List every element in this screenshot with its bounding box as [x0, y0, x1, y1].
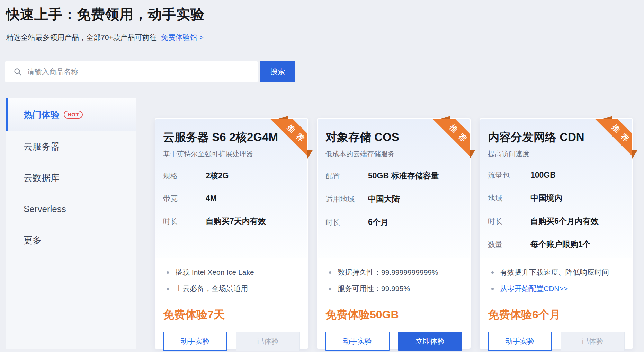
card-title: 内容分发网络 CDN [488, 130, 625, 145]
hands-on-lab-button[interactable]: 动手实验 [488, 332, 552, 351]
sidebar-item-clouddb[interactable]: 云数据库 [6, 162, 136, 193]
spec-row: 规格 2核2G [163, 170, 300, 181]
feature-text: 有效提升下载速度、降低响应时间 [500, 267, 609, 278]
spec-rows: 规格 2核2G 带宽 4M 时长 自购买7天内有效 [163, 170, 300, 227]
spec-value: 6个月 [368, 217, 388, 228]
spec-row: 适用地域 中国大陆 [325, 194, 462, 204]
search-input[interactable] [22, 61, 258, 82]
spec-value: 自购买7天内有效 [206, 216, 266, 227]
already-tried-button[interactable]: 已体验 [236, 332, 300, 351]
card-subtitle: 低成本的云端存储服务 [325, 149, 462, 159]
page-subtitle: 精选全站最多领用产品，全部70+款产品可前往免费体验馆 > [6, 33, 204, 42]
feature-bullet: 数据持久性：99.9999999999% [325, 267, 462, 278]
already-tried-button[interactable]: 已体验 [561, 332, 625, 351]
spec-label: 带宽 [163, 194, 206, 203]
card-spec-section: 对象存储 COS 低成本的云端存储服务 配置 50GB 标准存储容量 适用地域 … [318, 119, 470, 258]
spec-label: 数量 [488, 240, 530, 249]
ribbon-fold [277, 116, 288, 119]
card-title: 云服务器 S6 2核2G4M [163, 130, 300, 145]
search-icon [14, 68, 22, 76]
promo-text: 免费体验50GB [325, 307, 462, 323]
card-buttons: 动手实验 立即体验 [325, 332, 462, 351]
page-subtitle-text: 精选全站最多领用产品，全部70+款产品可前往 [6, 33, 157, 41]
sidebar-item-serverless[interactable]: Serverless [6, 193, 136, 225]
card-buttons: 动手实验 已体验 [488, 332, 625, 351]
bullet-dot-icon [167, 271, 169, 274]
spec-row: 时长 6个月 [325, 217, 462, 228]
ribbon-fold [440, 116, 450, 119]
spec-value: 100GB [530, 170, 556, 180]
bullet-dot-icon [329, 271, 331, 274]
ribbon-fold [307, 150, 313, 159]
dotted-divider [488, 300, 625, 300]
card-detail-section: 搭载 Intel Xeon Ice Lake 上云必备，全场景通用 免费体验7天… [155, 258, 307, 351]
feature-bullet: 从零开始配置CDN>> [488, 283, 625, 294]
spec-row: 时长 自购买6个月内有效 [488, 216, 625, 227]
feature-text: 搭载 Intel Xeon Ice Lake [175, 267, 254, 278]
dotted-divider [163, 300, 300, 300]
spec-rows: 配置 50GB 标准存储容量 适用地域 中国大陆 时长 6个月 [325, 170, 462, 228]
spec-value: 4M [206, 194, 217, 203]
sidebar-item-label: 热门体验 [24, 109, 60, 121]
spec-label: 流量包 [488, 170, 530, 180]
spec-value: 2核2G [206, 170, 229, 181]
card-spec-section: 云服务器 S6 2核2G4M 基于英特尔至强可扩展处理器 规格 2核2G 带宽 … [155, 119, 307, 258]
search-button[interactable]: 搜索 [260, 61, 295, 82]
spec-label: 适用地域 [325, 194, 368, 204]
bullet-dot-icon [329, 288, 331, 290]
spec-row: 流量包 100GB [488, 170, 625, 180]
feature-text: 服务可用性：99.995% [338, 283, 410, 294]
product-card-cos: 对象存储 COS 低成本的云端存储服务 配置 50GB 标准存储容量 适用地域 … [317, 118, 471, 349]
cdn-config-guide-link[interactable]: 从零开始配置CDN>> [500, 283, 568, 294]
sidebar-item-hot[interactable]: 热门体验 HOT [6, 98, 136, 131]
spec-label: 时长 [488, 217, 530, 226]
product-card-cdn: 内容分发网络 CDN 提高访问速度 流量包 100GB 地域 中国境内 时长 自… [480, 118, 633, 349]
sidebar-item-cvm[interactable]: 云服务器 [6, 131, 136, 162]
hands-on-lab-button[interactable]: 动手实验 [325, 332, 390, 351]
spec-value: 每个账户限购1个 [530, 239, 591, 250]
feature-text: 数据持久性：99.9999999999% [338, 267, 438, 278]
ribbon-fold [602, 116, 612, 119]
spec-row: 时长 自购买7天内有效 [163, 216, 300, 227]
sidebar-item-label: 更多 [24, 234, 42, 246]
feature-bullet: 上云必备，全场景通用 [163, 283, 300, 294]
card-detail-section: 有效提升下载速度、降低响应时间 从零开始配置CDN>> 免费体验6个月 动手实验… [480, 258, 632, 351]
spec-rows: 流量包 100GB 地域 中国境内 时长 自购买6个月内有效 数量 每个账户限购… [488, 170, 625, 250]
sidebar-item-label: 云服务器 [24, 141, 60, 153]
search-box [5, 61, 258, 82]
promo-text: 免费体验6个月 [488, 307, 625, 323]
sidebar-item-label: Serverless [24, 204, 66, 214]
feature-bullet: 搭载 Intel Xeon Ice Lake [163, 267, 300, 278]
feature-text: 上云必备，全场景通用 [175, 283, 248, 294]
spec-label: 时长 [325, 218, 368, 227]
free-trial-hall-link[interactable]: 免费体验馆 > [161, 33, 204, 41]
feature-bullet: 服务可用性：99.995% [325, 283, 462, 294]
hot-badge: HOT [64, 111, 83, 119]
try-now-button[interactable]: 立即体验 [398, 332, 462, 351]
dotted-divider [325, 300, 462, 300]
feature-bullet: 有效提升下载速度、降低响应时间 [488, 267, 625, 278]
bullet-dot-icon [491, 271, 494, 274]
spec-value: 50GB 标准存储容量 [368, 170, 439, 181]
bullet-dot-icon [167, 288, 169, 290]
sidebar-item-label: 云数据库 [24, 172, 60, 184]
product-card-list: 云服务器 S6 2核2G4M 基于英特尔至强可扩展处理器 规格 2核2G 带宽 … [155, 118, 633, 349]
ribbon-fold [470, 150, 475, 159]
spec-row: 带宽 4M [163, 194, 300, 203]
card-subtitle: 基于英特尔至强可扩展处理器 [163, 149, 300, 159]
spec-label: 配置 [325, 171, 368, 181]
card-buttons: 动手实验 已体验 [163, 332, 300, 351]
card-spec-section: 内容分发网络 CDN 提高访问速度 流量包 100GB 地域 中国境内 时长 自… [480, 119, 632, 258]
spec-label: 地域 [488, 193, 530, 203]
spec-row: 地域 中国境内 [488, 193, 625, 203]
spec-value: 中国大陆 [368, 194, 400, 204]
product-card-cvm: 云服务器 S6 2核2G4M 基于英特尔至强可扩展处理器 规格 2核2G 带宽 … [155, 118, 308, 349]
spec-row: 配置 50GB 标准存储容量 [325, 170, 462, 181]
sidebar-item-more[interactable]: 更多 [6, 225, 136, 256]
active-indicator-bar [6, 98, 8, 131]
card-title: 对象存储 COS [325, 130, 462, 145]
card-detail-section: 数据持久性：99.9999999999% 服务可用性：99.995% 免费体验5… [318, 258, 470, 351]
promo-text: 免费体验7天 [163, 307, 300, 323]
spec-value: 自购买6个月内有效 [530, 216, 599, 227]
hands-on-lab-button[interactable]: 动手实验 [163, 332, 227, 351]
